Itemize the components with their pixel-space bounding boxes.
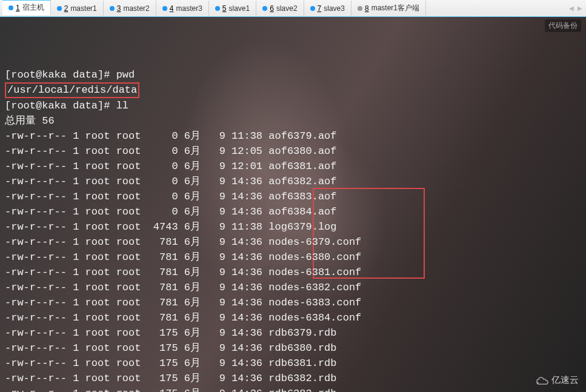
file-name: aof6381.aof [268, 161, 336, 172]
tab-nav-right-icon[interactable]: ▶ [576, 5, 584, 12]
tab-label: slave3 [324, 4, 345, 13]
status-dot-icon [57, 6, 62, 11]
file-name: aof6382.aof [268, 176, 336, 187]
terminal[interactable]: [root@kaka data]# pwd /usr/local/redis/d… [0, 17, 586, 392]
prompt: [root@kaka data]# [5, 69, 116, 81]
tab-label: 宿主机 [22, 2, 44, 13]
file-meta: -rw-r--r-- 1 root root 781 6月 9 14:36 [5, 267, 268, 278]
file-meta: -rw-r--r-- 1 root root 0 6月 9 12:05 [5, 145, 268, 157]
file-meta: -rw-r--r-- 1 root root 0 6月 9 14:36 [5, 191, 268, 202]
file-meta: -rw-r--r-- 1 root root 0 6月 9 14:36 [5, 206, 268, 218]
list-item: -rw-r--r-- 1 root root 0 6月 9 14:36 aof6… [5, 204, 581, 219]
file-name: aof6379.aof [268, 130, 336, 142]
list-item: -rw-r--r-- 1 root root 0 6月 9 12:05 aof6… [5, 144, 581, 159]
tab-label: slave1 [229, 4, 250, 13]
list-item: -rw-r--r-- 1 root root 0 6月 9 14:36 aof6… [5, 174, 581, 189]
file-meta: -rw-r--r-- 1 root root 175 6月 9 14:36 [5, 327, 268, 339]
file-name: nodes-6380.conf [268, 251, 361, 263]
file-name: aof6384.aof [268, 206, 336, 218]
tab-bar: 1 宿主机2 master13 master24 master35 slave1… [0, 0, 586, 17]
file-name: rdb6382.rdb [268, 373, 336, 384]
command-pwd: pwd [116, 69, 135, 81]
file-name: rdb6383.rdb [268, 388, 336, 392]
tab-number: 7 [318, 4, 322, 13]
list-item: -rw-r--r-- 1 root root 175 6月 9 14:36 rd… [5, 356, 581, 371]
tab-number: 3 [117, 4, 121, 13]
status-dot-icon [262, 6, 267, 11]
status-dot-icon [215, 6, 220, 11]
list-item: -rw-r--r-- 1 root root 0 6月 9 12:01 aof6… [5, 159, 581, 174]
file-meta: -rw-r--r-- 1 root root 0 6月 9 12:01 [5, 161, 268, 172]
list-item: -rw-r--r-- 1 root root 4743 6月 9 11:38 l… [5, 219, 581, 234]
list-item: -rw-r--r-- 1 root root 781 6月 9 14:36 no… [5, 280, 581, 295]
file-meta: -rw-r--r-- 1 root root 175 6月 9 14:36 [5, 357, 268, 369]
tab-label: master1 [70, 4, 96, 13]
tab-number: 8 [365, 4, 369, 13]
list-item: -rw-r--r-- 1 root root 781 6月 9 14:36 no… [5, 265, 581, 280]
tab-label: master1客户端 [371, 3, 419, 13]
tab-nav-left-icon[interactable]: ◀ [568, 5, 575, 12]
tab-slave3[interactable]: 7 slave3 [304, 1, 351, 16]
file-name: aof6383.aof [268, 191, 336, 202]
file-meta: -rw-r--r-- 1 root root 175 6月 9 14:36 [5, 388, 268, 392]
tab-slave2[interactable]: 6 slave2 [256, 1, 304, 16]
status-dot-icon [358, 6, 362, 11]
list-item: -rw-r--r-- 1 root root 781 6月 9 14:36 no… [5, 234, 581, 250]
highlight-path: /usr/local/redis/data [5, 82, 139, 98]
tab-label: master2 [123, 4, 149, 13]
tab-master2[interactable]: 3 master2 [104, 1, 156, 16]
status-dot-icon [110, 6, 115, 11]
file-meta: -rw-r--r-- 1 root root 781 6月 9 14:36 [5, 236, 268, 248]
tab-number: 1 [16, 4, 20, 12]
tab-label: master3 [176, 4, 202, 13]
file-meta: -rw-r--r-- 1 root root 781 6月 9 14:36 [5, 297, 268, 308]
file-name: rdb6379.rdb [268, 327, 336, 339]
file-name: nodes-6382.conf [268, 282, 361, 293]
list-item: -rw-r--r-- 1 root root 0 6月 9 11:38 aof6… [5, 128, 581, 144]
file-meta: -rw-r--r-- 1 root root 4743 6月 9 11:38 [5, 221, 268, 233]
file-name: log6379.log [268, 221, 336, 233]
file-name: rdb6380.rdb [268, 342, 336, 354]
list-item: -rw-r--r-- 1 root root 175 6月 9 14:36 rd… [5, 371, 581, 386]
file-name: nodes-6383.conf [268, 297, 361, 308]
file-name: nodes-6384.conf [268, 312, 361, 324]
list-item: -rw-r--r-- 1 root root 781 6月 9 14:36 no… [5, 250, 581, 265]
file-name: aof6380.aof [268, 145, 336, 157]
file-meta: -rw-r--r-- 1 root root 175 6月 9 14:36 [5, 373, 268, 384]
tab-slave1[interactable]: 5 slave1 [209, 1, 256, 16]
status-dot-icon [310, 6, 315, 11]
file-meta: -rw-r--r-- 1 root root 781 6月 9 14:36 [5, 282, 268, 293]
status-dot-icon [162, 6, 167, 11]
list-item: -rw-r--r-- 1 root root 175 6月 9 14:36 rd… [5, 341, 581, 356]
list-item: -rw-r--r-- 1 root root 175 6月 9 14:36 rd… [5, 325, 581, 341]
status-dot-icon [8, 5, 13, 10]
list-item: -rw-r--r-- 1 root root 781 6月 9 14:36 no… [5, 310, 581, 325]
file-meta: -rw-r--r-- 1 root root 0 6月 9 11:38 [5, 130, 268, 142]
tab-master1客户端[interactable]: 8 master1客户端 [351, 1, 426, 16]
prompt: [root@kaka data]# [5, 100, 116, 111]
tab-nav: ◀ ▶ [568, 5, 586, 12]
tab-宿主机[interactable]: 1 宿主机 [2, 0, 51, 15]
tabs-container: 1 宿主机2 master13 master24 master35 slave1… [2, 1, 426, 16]
total-line: 总用量 56 [5, 115, 55, 127]
list-item: -rw-r--r-- 1 root root 175 6月 9 14:36 rd… [5, 386, 581, 392]
file-name: nodes-6381.conf [268, 267, 361, 278]
list-item: -rw-r--r-- 1 root root 0 6月 9 14:36 aof6… [5, 189, 581, 204]
tab-number: 2 [64, 4, 68, 13]
tab-master1[interactable]: 2 master1 [51, 1, 104, 16]
terminal-content: [root@kaka data]# pwd /usr/local/redis/d… [5, 52, 581, 392]
tab-master3[interactable]: 4 master3 [156, 1, 209, 16]
command-ll: ll [116, 100, 128, 111]
tab-number: 6 [270, 4, 274, 13]
backup-badge: 代码备份 [545, 19, 581, 32]
file-name: rdb6381.rdb [268, 357, 336, 369]
tab-number: 5 [222, 4, 227, 13]
file-meta: -rw-r--r-- 1 root root 781 6月 9 14:36 [5, 251, 268, 263]
file-meta: -rw-r--r-- 1 root root 781 6月 9 14:36 [5, 312, 268, 324]
tab-label: slave2 [276, 4, 298, 13]
tab-number: 4 [170, 4, 174, 13]
listing-rows: -rw-r--r-- 1 root root 0 6月 9 11:38 aof6… [5, 128, 581, 392]
file-name: nodes-6379.conf [268, 236, 361, 248]
file-meta: -rw-r--r-- 1 root root 0 6月 9 14:36 [5, 176, 268, 187]
list-item: -rw-r--r-- 1 root root 781 6月 9 14:36 no… [5, 295, 581, 310]
